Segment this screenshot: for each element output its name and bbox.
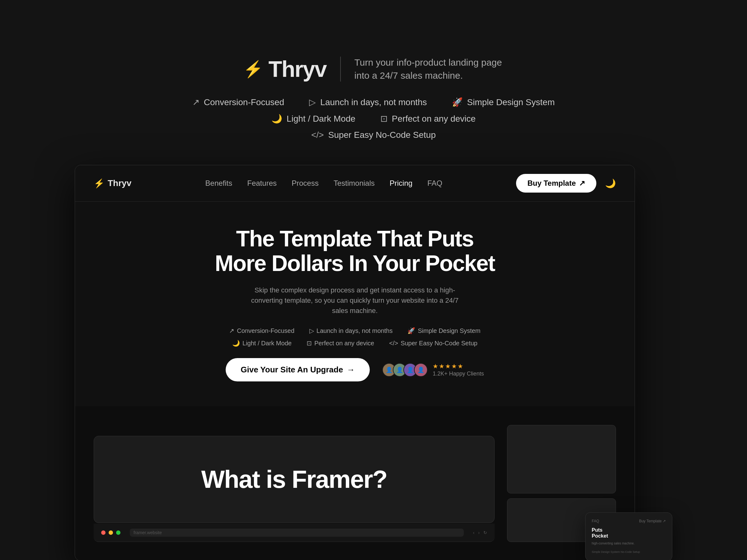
tablet-title-l1: Puts (592, 527, 666, 533)
tablet-features: Simple Design System No-Code Setup (592, 550, 666, 554)
feature-device: ⊡ Perfect on any device (380, 113, 475, 124)
rating-block: ★★★★★ 1.2K+ Happy Clients (433, 363, 484, 377)
inner-hero-section: The Template That Puts More Dollars In Y… (75, 202, 635, 406)
inner-navigation: ⚡ Thryv Benefits Features Process Testim… (75, 165, 635, 202)
dark-mode-toggle[interactable]: 🌙 (605, 178, 616, 189)
buy-btn-icon: ↗ (579, 179, 585, 188)
laptop-screen: What is Framer? (201, 465, 387, 494)
feature-design: 🚀 Simple Design System (452, 97, 555, 107)
browser-nav-buttons: ‹ › ↻ (473, 530, 487, 535)
inner-feat-conversion: ↗ Conversion-Focused (229, 327, 294, 335)
features-row-3: </> Super Easy No-Code Setup (311, 130, 436, 140)
inner-feat-launch-icon: ▷ (309, 327, 314, 335)
feature-conversion: ↗ Conversion-Focused (192, 97, 284, 107)
inner-logo-name: Thryv (108, 178, 131, 188)
buy-template-button[interactable]: Buy Template ↗ (516, 174, 596, 193)
inner-hero-title: The Template That Puts More Dollars In Y… (94, 226, 616, 276)
nav-back[interactable]: ‹ (473, 530, 475, 535)
hero-header: ⚡ Thryv Turn your info-product landing p… (243, 56, 504, 82)
inner-feat-device: ⊡ Perfect on any device (307, 340, 374, 347)
cta-btn-label: Give Your Site An Upgrade (240, 365, 343, 375)
tablet-nav-faq: FAQ (592, 519, 599, 523)
chrome-dot-yellow (109, 530, 113, 535)
conversion-icon: ↗ (192, 97, 200, 107)
browser-window: ⚡ Thryv Benefits Features Process Testim… (75, 165, 635, 560)
laptop-screen-title: What is Framer? (201, 465, 387, 494)
feature-label-conversion: Conversion-Focused (204, 97, 284, 107)
nav-link-benefits[interactable]: Benefits (205, 179, 232, 188)
feature-label-nocode: Super Easy No-Code Setup (328, 130, 436, 140)
feature-launch: ▷ Launch in days, not months (309, 97, 427, 107)
design-icon: 🚀 (452, 97, 463, 107)
bottom-img-1 (507, 425, 616, 494)
feature-darkmode: 🌙 Light / Dark Mode (272, 113, 356, 124)
code-icon: </> (311, 130, 324, 140)
social-proof: 👤 👤 👤 👤 ★★★★★ 1.2K+ Happy Clients (382, 363, 484, 377)
nav-link-pricing[interactable]: Pricing (390, 179, 412, 188)
url-text: framer.website (133, 530, 162, 535)
feature-label-darkmode: Light / Dark Mode (287, 114, 356, 124)
header-separator (340, 57, 341, 81)
inner-feat-launch: ▷ Launch in days, not months (309, 327, 393, 335)
inner-feat-device-label: Perfect on any device (314, 340, 374, 347)
nav-link-faq[interactable]: FAQ (427, 179, 442, 188)
nav-refresh[interactable]: ↻ (483, 530, 487, 535)
hero-title-line1: The Template That Puts (94, 226, 616, 251)
feature-label-launch: Launch in days, not months (320, 97, 427, 107)
inner-features-row-1: ↗ Conversion-Focused ▷ Launch in days, n… (94, 327, 616, 335)
tablet-nav: FAQ Buy Template ↗ (592, 519, 666, 523)
inner-feat-design-icon: 🚀 (407, 327, 415, 335)
nav-link-process[interactable]: Process (292, 179, 319, 188)
inner-nav-right: Buy Template ↗ 🌙 (516, 174, 616, 193)
star-rating: ★★★★★ (433, 363, 484, 370)
inner-feat-dark-icon: 🌙 (232, 340, 240, 347)
chrome-dot-red (101, 530, 105, 535)
chrome-dot-green (116, 530, 121, 535)
nav-forward[interactable]: › (478, 530, 480, 535)
inner-feat-launch-label: Launch in days, not months (316, 327, 393, 335)
laptop-wrapper: What is Framer? framer.website ‹ › (94, 436, 495, 542)
features-row-1: ↗ Conversion-Focused ▷ Launch in days, n… (192, 97, 555, 107)
tagline: Turn your info-product landing page into… (355, 56, 504, 82)
inner-nav-links: Benefits Features Process Testimonials P… (205, 179, 443, 188)
inner-logo: ⚡ Thryv (94, 178, 131, 189)
bolt-icon: ⚡ (243, 60, 263, 79)
tablet-title-l2: Pocket (592, 533, 666, 539)
inner-feat-dark-label: Light / Dark Mode (242, 340, 292, 347)
outer-logo: ⚡ Thryv (243, 56, 326, 82)
launch-icon: ▷ (309, 97, 316, 107)
outer-features-grid: ↗ Conversion-Focused ▷ Launch in days, n… (192, 97, 555, 140)
feature-label-device: Perfect on any device (392, 114, 475, 124)
inner-feat-nocode-label: Super Easy No-Code Setup (401, 340, 478, 347)
inner-feat-design-label: Simple Design System (418, 327, 480, 335)
cta-row: Give Your Site An Upgrade → 👤 👤 👤 👤 ★★★★… (94, 358, 616, 381)
tablet-hero-title: Puts Pocket (592, 527, 666, 539)
tablet-mockup: FAQ Buy Template ↗ Puts Pocket high-conv… (585, 512, 672, 560)
laptop-browser-chrome: framer.website ‹ › ↻ (94, 524, 495, 542)
cta-upgrade-button[interactable]: Give Your Site An Upgrade → (226, 358, 370, 381)
inner-feat-dark: 🌙 Light / Dark Mode (232, 340, 292, 347)
features-row-2: 🌙 Light / Dark Mode ⊡ Perfect on any dev… (272, 113, 475, 124)
hero-title-line2: More Dollars In Your Pocket (94, 251, 616, 276)
feature-label-design: Simple Design System (467, 97, 555, 107)
logo-name: Thryv (268, 56, 326, 82)
avatar-group: 👤 👤 👤 👤 (382, 363, 428, 377)
moon-icon: 🌙 (272, 113, 282, 124)
device-icon: ⊡ (380, 113, 387, 124)
url-bar: framer.website (130, 529, 464, 537)
inner-feat-design: 🚀 Simple Design System (407, 327, 480, 335)
tablet-subtitle: high-converting sales machine. (592, 541, 666, 546)
inner-bolt-icon: ⚡ (94, 178, 105, 189)
client-count: 1.2K+ Happy Clients (433, 371, 484, 377)
feature-nocode: </> Super Easy No-Code Setup (311, 130, 436, 140)
inner-hero-subtitle: Skip the complex design process and get … (246, 285, 464, 316)
inner-feat-nocode: </> Super Easy No-Code Setup (389, 340, 478, 347)
inner-features-row-2: 🌙 Light / Dark Mode ⊡ Perfect on any dev… (94, 340, 616, 347)
main-container: ⚡ Thryv Turn your info-product landing p… (0, 0, 747, 560)
buy-btn-label: Buy Template (527, 179, 576, 188)
tablet-nav-buy[interactable]: Buy Template ↗ (639, 519, 666, 523)
inner-feat-conv-icon: ↗ (229, 327, 234, 335)
nav-link-testimonials[interactable]: Testimonials (334, 179, 375, 188)
nav-link-features[interactable]: Features (247, 179, 277, 188)
browser-mockup-container: ⚡ Thryv Benefits Features Process Testim… (75, 165, 672, 560)
